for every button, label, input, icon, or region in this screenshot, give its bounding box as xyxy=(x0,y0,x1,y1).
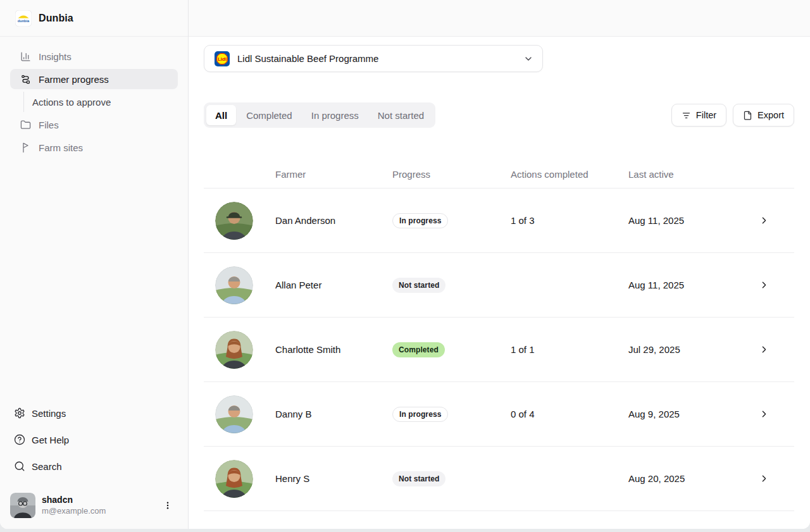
sidebar-item-insights[interactable]: Insights xyxy=(10,46,178,66)
footer-item-label: Search xyxy=(32,461,62,472)
chevron-right-icon[interactable] xyxy=(759,344,770,355)
chart-icon xyxy=(20,51,31,62)
filter-lines-icon xyxy=(682,111,691,120)
svg-text:dunbia: dunbia xyxy=(18,18,30,22)
status-badge: In progress xyxy=(392,407,448,422)
filter-button[interactable]: Filter xyxy=(671,104,726,127)
column-header-actions-completed: Actions completed xyxy=(511,169,628,180)
progress-cell: Completed xyxy=(392,342,511,357)
status-badge: In progress xyxy=(392,213,448,228)
chevron-right-icon[interactable] xyxy=(759,215,770,226)
sidebar: dunbia Dunbia InsightsFarmer progressAct… xyxy=(0,0,189,529)
row-chevron-cell xyxy=(757,344,794,355)
user-card[interactable]: shadcn m@example.com xyxy=(10,490,178,521)
gear-icon xyxy=(14,407,25,419)
status-tabs: AllCompletedIn progressNot started xyxy=(204,102,435,128)
kebab-menu-icon[interactable] xyxy=(159,497,177,514)
farmer-avatar-cell xyxy=(204,202,275,240)
farmer-avatar xyxy=(215,266,253,304)
tab-not-started[interactable]: Not started xyxy=(369,105,433,125)
row-chevron-cell xyxy=(757,215,794,226)
footer-item-label: Settings xyxy=(32,408,66,419)
farmer-name: Charlotte Smith xyxy=(275,344,392,355)
file-icon xyxy=(743,111,752,120)
status-badge: Not started xyxy=(392,471,446,486)
actions-completed: 1 of 3 xyxy=(511,215,628,226)
progress-cell: Not started xyxy=(392,471,511,486)
filter-button-label: Filter xyxy=(696,110,716,120)
tab-all[interactable]: All xyxy=(206,105,236,125)
farmer-name: Danny B xyxy=(275,409,392,419)
last-active: Aug 9, 2025 xyxy=(628,409,757,419)
sidebar-item-files[interactable]: Files xyxy=(10,114,178,135)
sidebar-item-farm-sites[interactable]: Farm sites xyxy=(10,137,178,158)
footer-item-label: Get Help xyxy=(32,435,69,445)
column-header-farmer: Farmer xyxy=(275,169,392,180)
sidebar-footer-nav: SettingsGet HelpSearch xyxy=(10,403,178,476)
farmer-name: Dan Anderson xyxy=(275,215,392,226)
last-active: Aug 11, 2025 xyxy=(628,280,757,290)
dunbia-logo-icon: dunbia xyxy=(15,10,32,27)
lidl-logo-icon: Lidl xyxy=(215,51,230,66)
table-row[interactable]: Dan AndersonIn progress1 of 3Aug 11, 202… xyxy=(204,189,794,253)
status-badge: Not started xyxy=(392,278,446,293)
user-email: m@example.com xyxy=(42,506,106,516)
export-button-label: Export xyxy=(757,110,784,120)
sidebar-item-search[interactable]: Search xyxy=(10,456,178,476)
chevron-right-icon[interactable] xyxy=(759,280,770,290)
user-avatar xyxy=(10,493,35,518)
main-area: Lidl Lidl Sustainable Beef Programme All… xyxy=(189,0,810,529)
sidebar-item-label: Farm sites xyxy=(39,142,83,153)
sidebar-item-get-help[interactable]: Get Help xyxy=(10,430,178,450)
sidebar-item-label: Files xyxy=(39,120,59,130)
farmer-avatar xyxy=(215,395,253,433)
chevron-right-icon[interactable] xyxy=(759,473,770,484)
progress-cell: In progress xyxy=(392,407,511,422)
last-active: Aug 11, 2025 xyxy=(628,215,757,226)
farmer-name: Allan Peter xyxy=(275,280,392,290)
table-row[interactable]: Charlotte SmithCompleted1 of 1Jul 29, 20… xyxy=(204,318,794,382)
sidebar-item-settings[interactable]: Settings xyxy=(10,403,178,423)
chevron-right-icon[interactable] xyxy=(759,409,770,419)
sidebar-nav: InsightsFarmer progressActions to approv… xyxy=(0,37,188,158)
farmer-avatar-cell xyxy=(204,331,275,369)
table-row[interactable]: Allan PeterNot startedAug 11, 2025 xyxy=(204,253,794,318)
farmer-avatar-cell xyxy=(204,460,275,498)
sidebar-item-label: Farmer progress xyxy=(39,74,109,85)
svg-text:Lidl: Lidl xyxy=(218,56,227,61)
sidebar-header: dunbia Dunbia xyxy=(0,0,188,37)
main-topbar xyxy=(189,0,810,37)
last-active: Aug 20, 2025 xyxy=(628,473,757,484)
progress-cell: Not started xyxy=(392,278,511,293)
table-header: FarmerProgressActions completedLast acti… xyxy=(204,161,794,189)
folder-icon xyxy=(20,120,31,130)
toolbar: AllCompletedIn progressNot started Filte… xyxy=(204,102,794,128)
help-circle-icon xyxy=(14,434,25,445)
farmer-avatar xyxy=(215,460,253,498)
app-window: dunbia Dunbia InsightsFarmer progressAct… xyxy=(0,0,810,529)
status-badge: Completed xyxy=(392,342,445,357)
farmer-avatar-cell xyxy=(204,266,275,304)
column-header-progress: Progress xyxy=(392,169,511,180)
sidebar-item-farmer-progress[interactable]: Farmer progress xyxy=(10,69,178,89)
export-button[interactable]: Export xyxy=(733,104,794,127)
route-icon xyxy=(20,74,31,85)
table-row[interactable]: Danny BIn progress0 of 4Aug 9, 2025 xyxy=(204,382,794,447)
tab-completed[interactable]: Completed xyxy=(237,105,301,125)
farmer-name: Henry S xyxy=(275,473,392,484)
farmers-table: FarmerProgressActions completedLast acti… xyxy=(204,161,794,511)
search-icon xyxy=(14,461,25,472)
farmer-avatar-cell xyxy=(204,395,275,433)
table-row[interactable]: Henry SNot startedAug 20, 2025 xyxy=(204,447,794,511)
main-content: Lidl Lidl Sustainable Beef Programme All… xyxy=(189,37,810,529)
sidebar-item-label: Insights xyxy=(39,51,72,62)
row-chevron-cell xyxy=(757,473,794,484)
row-chevron-cell xyxy=(757,409,794,419)
brand-name: Dunbia xyxy=(39,13,73,24)
programme-selector[interactable]: Lidl Lidl Sustainable Beef Programme xyxy=(204,45,543,72)
row-chevron-cell xyxy=(757,280,794,290)
table-body: Dan AndersonIn progress1 of 3Aug 11, 202… xyxy=(204,189,794,511)
sidebar-item-actions-to-approve[interactable]: Actions to approve xyxy=(32,92,178,112)
last-active: Jul 29, 2025 xyxy=(628,344,757,355)
tab-in-progress[interactable]: In progress xyxy=(302,105,368,125)
